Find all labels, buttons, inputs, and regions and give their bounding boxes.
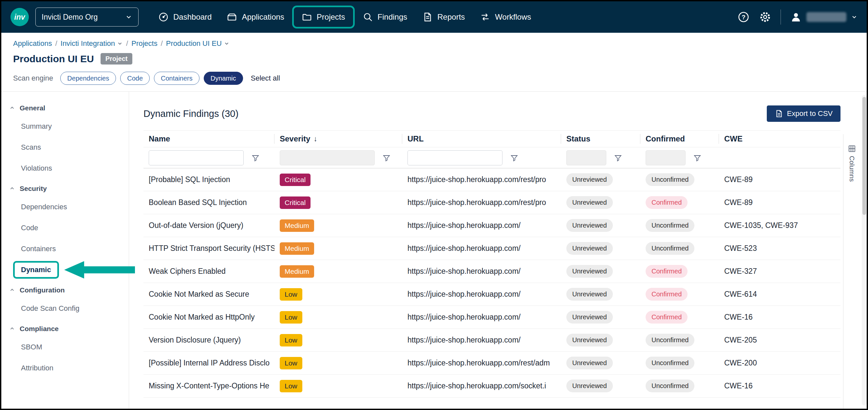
- severity-badge: Low: [280, 311, 302, 323]
- nav-item-label: Workflows: [495, 12, 531, 22]
- settings-button[interactable]: [759, 11, 771, 23]
- nav-item-dashboard[interactable]: Dashboard: [152, 8, 217, 26]
- sidebar-item-label: Dependencies: [21, 203, 67, 211]
- nav-item-findings[interactable]: Findings: [357, 8, 413, 26]
- confirmed-filter-input[interactable]: [646, 150, 686, 165]
- cell-cwe: CWE-16: [719, 313, 840, 322]
- sidebar-item-scans[interactable]: Scans: [9, 137, 129, 158]
- nav-item-projects[interactable]: Projects: [296, 8, 351, 26]
- table-row[interactable]: Cookie Not Marked as HttpOnly Low https:…: [144, 306, 840, 329]
- workflow-arrows-icon: [480, 12, 490, 22]
- cell-url: https://juice-shop.herokuapp.com/socket.…: [402, 381, 561, 390]
- status-badge: Unreviewed: [566, 380, 613, 392]
- breadcrumb-label: Applications: [13, 39, 52, 48]
- column-header-url[interactable]: URL: [402, 131, 561, 147]
- logo-text: inv: [14, 13, 25, 22]
- project-type-badge: Project: [100, 53, 133, 64]
- search-icon: [363, 12, 373, 22]
- filter-cell-url: [402, 150, 561, 165]
- scrollbar-thumb[interactable]: [862, 97, 866, 215]
- severity-badge: Low: [280, 357, 302, 369]
- sidebar-item-label: Summary: [21, 122, 52, 131]
- column-header-confirmed[interactable]: Confirmed: [640, 131, 719, 147]
- cell-cwe: CWE-89: [719, 175, 840, 184]
- export-csv-button[interactable]: Export to CSV: [767, 105, 840, 122]
- cell-name: Cookie Not Marked as HttpOnly: [144, 313, 275, 322]
- scan-pill-dependencies[interactable]: Dependencies: [60, 72, 116, 85]
- sidebar-section-title: Configuration: [20, 286, 65, 294]
- breadcrumb-separator: /: [55, 39, 57, 48]
- main-content: Dynamic Findings (30) Export to CSV Name…: [129, 92, 867, 409]
- table-row[interactable]: Missing X-Content-Type-Options He Low ht…: [144, 375, 840, 398]
- filter-funnel-icon[interactable]: [614, 154, 622, 162]
- table-row[interactable]: Out-of-date Version (jQuery) Medium http…: [144, 214, 840, 237]
- sidebar-item-containers[interactable]: Containers: [9, 239, 129, 259]
- help-button[interactable]: ?: [737, 11, 750, 23]
- org-selector[interactable]: Invicti Demo Org: [35, 7, 138, 27]
- confirmed-badge: Unconfirmed: [646, 173, 694, 186]
- status-badge: Unreviewed: [566, 334, 613, 346]
- cell-url: https://juice-shop.herokuapp.com/: [402, 336, 561, 345]
- sidebar-section-general[interactable]: General: [9, 100, 129, 116]
- table-row[interactable]: Weak Ciphers Enabled Medium https://juic…: [144, 260, 840, 283]
- sidebar-section-security[interactable]: Security: [9, 181, 129, 196]
- sidebar-item-attribution[interactable]: Attribution: [9, 357, 129, 379]
- invicti-logo[interactable]: inv: [10, 8, 29, 26]
- vertical-scrollbar[interactable]: [862, 95, 867, 405]
- annotation-highlight-projects: Projects: [292, 6, 355, 29]
- sidebar-item-violations[interactable]: Violations: [9, 158, 129, 179]
- filter-funnel-icon[interactable]: [382, 154, 391, 162]
- body: General Summary Scans Violations Securit…: [1, 92, 867, 409]
- table-row[interactable]: Version Disclosure (Jquery) Low https://…: [144, 329, 840, 352]
- table-row[interactable]: HTTP Strict Transport Security (HSTS Med…: [144, 237, 840, 260]
- column-header-severity[interactable]: Severity↓: [275, 131, 402, 147]
- sidebar-section-compliance[interactable]: Compliance: [9, 321, 129, 337]
- scan-pill-dynamic[interactable]: Dynamic: [204, 72, 243, 85]
- column-header-status[interactable]: Status: [561, 131, 640, 147]
- sidebar-item-sbom[interactable]: SBOM: [9, 337, 129, 357]
- breadcrumb-production-ui-eu[interactable]: Production UI EU: [166, 39, 229, 48]
- select-all-link[interactable]: Select all: [251, 74, 280, 83]
- nav-item-applications[interactable]: Applications: [221, 8, 290, 26]
- nav-item-workflows[interactable]: Workflows: [474, 8, 537, 26]
- sidebar-item-code[interactable]: Code: [9, 217, 129, 239]
- column-header-cwe[interactable]: CWE: [719, 131, 840, 147]
- sidebar-item-label: Scans: [21, 143, 41, 152]
- name-filter-input[interactable]: [149, 150, 244, 165]
- annotation-arrow: [64, 260, 135, 280]
- sidebar-item-summary[interactable]: Summary: [9, 116, 129, 137]
- sidebar-item-dependencies[interactable]: Dependencies: [9, 196, 129, 217]
- columns-panel-toggle[interactable]: Columns: [843, 134, 860, 409]
- scan-pill-code[interactable]: Code: [120, 72, 150, 85]
- sidebar-items: Dependencies Code Containers Dynamic: [9, 196, 129, 280]
- cell-name: Version Disclosure (Jquery): [144, 336, 275, 345]
- breadcrumb-projects[interactable]: Projects: [131, 39, 157, 48]
- filter-funnel-icon[interactable]: [510, 154, 518, 162]
- severity-filter-input[interactable]: [280, 150, 375, 165]
- nav-item-reports[interactable]: Reports: [416, 8, 471, 26]
- filter-cell-confirmed: [640, 150, 719, 165]
- scan-pill-containers[interactable]: Containers: [154, 72, 199, 85]
- table-row[interactable]: Cookie Not Marked as Secure Low https://…: [144, 283, 840, 306]
- redacted-username: [806, 12, 846, 22]
- filter-funnel-icon[interactable]: [252, 154, 259, 162]
- user-menu[interactable]: [790, 11, 858, 23]
- filter-cell-severity: [275, 150, 402, 165]
- sidebar-item-code-scan-config[interactable]: Code Scan Config: [9, 298, 129, 319]
- status-filter-input[interactable]: [566, 150, 606, 165]
- breadcrumb-invicti-integration[interactable]: Invicti Integration: [61, 39, 123, 48]
- column-header-name[interactable]: Name: [144, 131, 275, 147]
- url-filter-input[interactable]: [407, 150, 502, 165]
- sidebar-section-title: Compliance: [20, 325, 59, 333]
- findings-table: Name Severity↓ URL Status Confirmed CWE: [144, 130, 840, 398]
- table-row[interactable]: [Probable] SQL Injection Critical https:…: [144, 168, 840, 191]
- table-row[interactable]: [Possible] Internal IP Address Disclo Lo…: [144, 352, 840, 375]
- sidebar-item-dynamic[interactable]: Dynamic: [9, 259, 129, 280]
- breadcrumb-applications[interactable]: Applications: [13, 39, 52, 48]
- folder-icon: [302, 12, 312, 22]
- sidebar-section-configuration[interactable]: Configuration: [9, 282, 129, 298]
- navbar-right: ?: [737, 9, 858, 25]
- table-row[interactable]: Boolean Based SQL Injection Critical htt…: [144, 191, 840, 214]
- grid-columns-icon: [848, 145, 856, 153]
- filter-funnel-icon[interactable]: [693, 154, 701, 162]
